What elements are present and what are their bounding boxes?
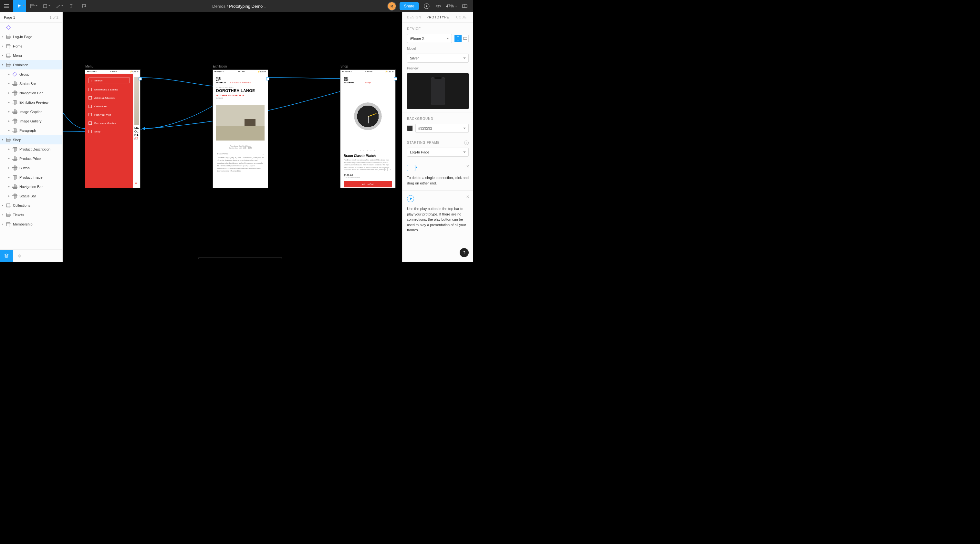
expand-icon[interactable]: ▸ [8,129,12,132]
layer-row[interactable]: ▸Navigation Bar [0,182,62,191]
color-swatch[interactable] [407,125,413,131]
breadcrumb[interactable]: Demos / Prototyping Demo ⌄ [91,4,388,9]
close-icon[interactable]: ✕ [466,164,469,169]
add-to-cart-button[interactable]: Add to Cart [344,181,392,188]
layer-row[interactable]: ▸Status Bar [0,79,62,88]
layer-row[interactable]: ▸Tickets [0,210,62,220]
status-right: ⚡42% ▭ [385,70,394,73]
expand-icon[interactable]: ▸ [8,110,12,113]
expand-icon[interactable]: ▸ [8,73,12,76]
expand-icon[interactable]: ▾ [2,138,5,141]
layer-row[interactable]: ▸Navigation Bar [0,88,62,97]
layer-row[interactable]: ▾Shop [0,135,62,145]
menu-item[interactable]: Shop [89,130,130,133]
layer-row[interactable]: ▸Group [0,70,62,79]
plus-icon[interactable]: + [389,168,392,171]
layer-row[interactable]: ▸Paragraph [0,126,62,135]
expand-icon[interactable]: ▾ [2,63,5,66]
layer-row[interactable]: ▸Product Price [0,154,62,163]
menu-item[interactable]: Exhibitions & Events [89,88,130,91]
frame-tool[interactable] [26,0,39,12]
menu-item-label: Become a Member [94,122,116,125]
layer-row[interactable]: ▸Collections [0,200,62,210]
expand-icon[interactable]: ▸ [2,54,5,57]
layer-row[interactable]: ▸Menu [0,51,62,60]
horizontal-scrollbar[interactable] [198,257,282,259]
shape-tool[interactable] [39,0,52,12]
user-avatar[interactable]: R [388,2,396,10]
pen-tool[interactable] [52,0,65,12]
frame-icon [13,82,17,86]
connection-node[interactable] [138,77,142,80]
menu-item[interactable]: Collections [89,105,130,108]
help-button[interactable]: ? [460,248,469,257]
expand-icon[interactable]: ▸ [2,45,5,48]
search-field[interactable]: ⌕Search [89,78,130,83]
model-select[interactable]: Silver [407,54,469,63]
portrait-button[interactable] [455,35,461,42]
expand-icon[interactable]: ▸ [8,176,12,179]
exhibition-dates: OCTOBER 15 - MARCH 18 [216,94,264,97]
tab-design[interactable]: DESIGN [402,12,426,22]
layer-row[interactable]: ▸Button [0,163,62,172]
canvas[interactable]: Menu ••• Figma ᯤ 9:42 AM ⚡42% ▭ ⌕Search … [63,12,402,262]
expand-icon[interactable]: ▸ [8,148,12,151]
minus-icon[interactable]: − [380,168,383,171]
layer-row[interactable]: ▸Membership [0,220,62,229]
expand-icon[interactable]: ▸ [2,35,5,38]
assets-tab[interactable] [13,250,26,262]
menu-item[interactable]: Plan Your Visit [89,113,130,116]
layer-row[interactable]: ▸ [0,22,62,32]
menu-item[interactable]: Become a Member [89,121,130,125]
main-menu-button[interactable] [0,0,13,12]
info-icon[interactable]: i [464,140,469,145]
comment-tool[interactable] [78,0,91,12]
close-icon[interactable]: ✕ [466,194,469,199]
layer-row[interactable]: ▸Log-In Page [0,32,62,41]
view-settings-button[interactable] [434,2,442,10]
layer-row[interactable]: ▸Home [0,41,62,51]
color-hex-input[interactable]: #323232 [415,124,469,133]
layer-row[interactable]: ▸Image Gallery [0,116,62,126]
expand-icon[interactable]: ▸ [8,82,12,85]
menu-item-icon [89,121,92,125]
layer-row[interactable]: ▸Product Description [0,145,62,154]
library-button[interactable] [461,2,469,10]
expand-icon[interactable]: ▸ [8,91,12,94]
layer-row[interactable]: ▸Exhibition Preview [0,97,62,107]
expand-icon[interactable]: ▸ [8,194,12,197]
expand-icon[interactable]: ▸ [2,213,5,216]
layer-row[interactable]: ▾Exhibition [0,60,62,70]
landscape-button[interactable] [461,35,469,42]
text-tool[interactable]: T [65,0,78,12]
tab-code[interactable]: CODE [450,12,473,22]
layers-tab[interactable] [0,250,13,262]
connection-node[interactable] [266,77,269,80]
expand-icon[interactable]: ▸ [8,119,12,122]
tab-prototype[interactable]: PROTOTYPE [426,12,449,22]
share-button[interactable]: Share [399,2,419,10]
top-toolbar: T Demos / Prototyping Demo ⌄ R Share 47% [0,0,473,12]
present-button[interactable] [423,2,431,10]
expand-icon[interactable]: ▸ [8,166,12,169]
layer-row[interactable]: ▸Image Caption [0,107,62,116]
menu-item[interactable]: Artists & Artworks [89,96,130,100]
frame-exhibition[interactable]: Exhibition ••• Figma ᯤ 9:42 AM ⚡42% ▭ TH… [213,70,268,188]
frame-menu[interactable]: Menu ••• Figma ᯤ 9:42 AM ⚡42% ▭ ⌕Search … [85,70,140,188]
starting-frame-select[interactable]: Log-In Page [407,148,469,157]
layer-row[interactable]: ▸Product Image [0,172,62,182]
zoom-control[interactable]: 47% [446,4,457,8]
connection-node[interactable] [394,77,397,80]
device-select[interactable]: iPhone X [407,34,452,43]
expand-icon[interactable]: ▸ [8,157,12,160]
frame-icon [13,194,17,198]
expand-icon[interactable]: ▸ [8,185,12,188]
expand-icon[interactable]: ▸ [8,101,12,104]
expand-icon[interactable]: ▸ [2,204,5,207]
frame-shop[interactable]: Shop ••• Figma ᯤ 9:42 AM ⚡42% ▭ THE ART … [340,70,395,188]
move-tool[interactable] [13,0,26,12]
expand-icon[interactable]: ▸ [2,223,5,226]
layer-row[interactable]: ▸Status Bar [0,191,62,200]
page-selector[interactable]: Page 1 1 of 2 [0,12,62,22]
quantity-stepper[interactable]: −1+ [380,168,392,171]
